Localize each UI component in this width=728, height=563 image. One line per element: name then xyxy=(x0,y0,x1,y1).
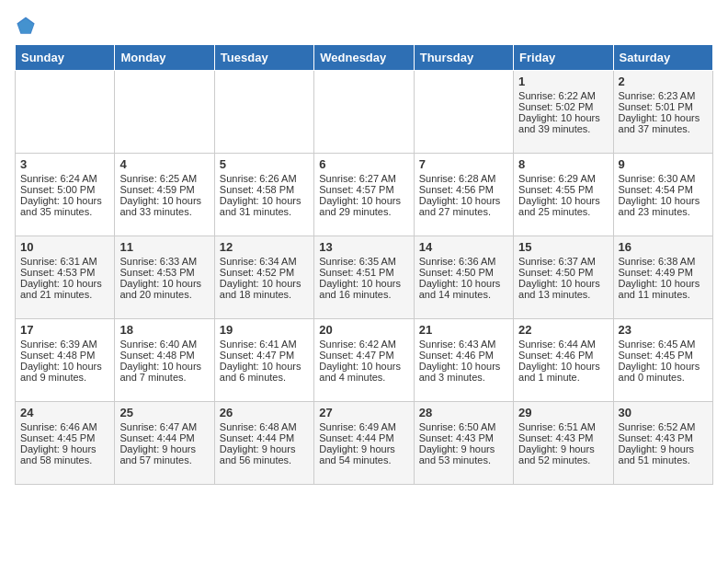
calendar-cell: 14Sunrise: 6:36 AMSunset: 4:50 PMDayligh… xyxy=(414,236,513,319)
daylight-text: Daylight: 10 hours and 39 minutes. xyxy=(518,112,608,134)
day-number: 7 xyxy=(419,157,508,171)
sunset-text: Sunset: 4:49 PM xyxy=(619,267,708,278)
calendar-cell: 19Sunrise: 6:41 AMSunset: 4:47 PMDayligh… xyxy=(214,319,313,402)
day-number: 8 xyxy=(518,157,608,171)
calendar-cell: 23Sunrise: 6:45 AMSunset: 4:45 PMDayligh… xyxy=(613,319,712,402)
daylight-text: Daylight: 10 hours and 14 minutes. xyxy=(419,278,508,300)
weekday-header: Thursday xyxy=(414,45,513,71)
day-number: 15 xyxy=(518,240,608,254)
calendar-cell: 4Sunrise: 6:25 AMSunset: 4:59 PMDaylight… xyxy=(115,154,214,236)
sunset-text: Sunset: 4:50 PM xyxy=(518,267,608,278)
sunrise-text: Sunrise: 6:45 AM xyxy=(619,339,708,350)
sunrise-text: Sunrise: 6:40 AM xyxy=(119,339,209,350)
sunrise-text: Sunrise: 6:23 AM xyxy=(619,90,708,101)
sunset-text: Sunset: 4:47 PM xyxy=(319,350,408,361)
sunrise-text: Sunrise: 6:31 AM xyxy=(20,256,109,267)
day-number: 20 xyxy=(319,323,408,337)
calendar-cell: 30Sunrise: 6:52 AMSunset: 4:43 PMDayligh… xyxy=(613,402,712,485)
daylight-text: Daylight: 10 hours and 3 minutes. xyxy=(419,361,508,383)
sunset-text: Sunset: 4:57 PM xyxy=(319,184,408,195)
calendar-week-row: 10Sunrise: 6:31 AMSunset: 4:53 PMDayligh… xyxy=(16,236,713,319)
calendar-cell: 25Sunrise: 6:47 AMSunset: 4:44 PMDayligh… xyxy=(115,402,214,485)
sunrise-text: Sunrise: 6:25 AM xyxy=(119,173,209,184)
day-number: 12 xyxy=(220,240,309,254)
day-number: 5 xyxy=(220,157,309,171)
calendar-cell: 21Sunrise: 6:43 AMSunset: 4:46 PMDayligh… xyxy=(414,319,513,402)
calendar-cell: 15Sunrise: 6:37 AMSunset: 4:50 PMDayligh… xyxy=(514,236,613,319)
sunset-text: Sunset: 4:54 PM xyxy=(619,184,708,195)
page-header xyxy=(15,15,713,37)
calendar-cell xyxy=(414,71,513,154)
sunrise-text: Sunrise: 6:38 AM xyxy=(619,256,708,267)
calendar-cell: 27Sunrise: 6:49 AMSunset: 4:44 PMDayligh… xyxy=(314,402,414,485)
sunrise-text: Sunrise: 6:34 AM xyxy=(220,256,309,267)
day-number: 10 xyxy=(20,240,109,254)
day-number: 25 xyxy=(119,406,209,419)
daylight-text: Daylight: 9 hours and 52 minutes. xyxy=(518,443,608,465)
calendar-cell: 6Sunrise: 6:27 AMSunset: 4:57 PMDaylight… xyxy=(314,154,414,236)
calendar-week-row: 1Sunrise: 6:22 AMSunset: 5:02 PMDaylight… xyxy=(16,71,713,154)
daylight-text: Daylight: 10 hours and 23 minutes. xyxy=(619,195,708,217)
sunset-text: Sunset: 4:48 PM xyxy=(119,350,209,361)
day-number: 19 xyxy=(220,323,309,337)
sunrise-text: Sunrise: 6:49 AM xyxy=(319,421,408,432)
calendar-header-row: SundayMondayTuesdayWednesdayThursdayFrid… xyxy=(16,45,713,71)
sunset-text: Sunset: 4:43 PM xyxy=(619,432,708,443)
daylight-text: Daylight: 10 hours and 29 minutes. xyxy=(319,195,408,217)
calendar-cell: 28Sunrise: 6:50 AMSunset: 4:43 PMDayligh… xyxy=(414,402,513,485)
day-number: 22 xyxy=(518,323,608,337)
calendar-cell: 20Sunrise: 6:42 AMSunset: 4:47 PMDayligh… xyxy=(314,319,414,402)
sunset-text: Sunset: 4:50 PM xyxy=(419,267,508,278)
calendar-cell: 11Sunrise: 6:33 AMSunset: 4:53 PMDayligh… xyxy=(115,236,214,319)
day-number: 26 xyxy=(220,406,309,419)
calendar-cell: 24Sunrise: 6:46 AMSunset: 4:45 PMDayligh… xyxy=(16,402,115,485)
daylight-text: Daylight: 10 hours and 9 minutes. xyxy=(20,361,109,383)
daylight-text: Daylight: 10 hours and 31 minutes. xyxy=(220,195,309,217)
daylight-text: Daylight: 10 hours and 18 minutes. xyxy=(220,278,309,300)
sunset-text: Sunset: 4:48 PM xyxy=(20,350,109,361)
calendar-cell: 17Sunrise: 6:39 AMSunset: 4:48 PMDayligh… xyxy=(16,319,115,402)
day-number: 29 xyxy=(518,406,608,419)
day-number: 3 xyxy=(20,157,109,171)
calendar-cell: 8Sunrise: 6:29 AMSunset: 4:55 PMDaylight… xyxy=(514,154,613,236)
day-number: 21 xyxy=(419,323,508,337)
sunrise-text: Sunrise: 6:44 AM xyxy=(518,339,608,350)
daylight-text: Daylight: 9 hours and 57 minutes. xyxy=(119,443,209,465)
sunset-text: Sunset: 4:52 PM xyxy=(220,267,309,278)
sunrise-text: Sunrise: 6:35 AM xyxy=(319,256,408,267)
sunrise-text: Sunrise: 6:36 AM xyxy=(419,256,508,267)
calendar-cell: 13Sunrise: 6:35 AMSunset: 4:51 PMDayligh… xyxy=(314,236,414,319)
daylight-text: Daylight: 10 hours and 21 minutes. xyxy=(20,278,109,300)
sunset-text: Sunset: 4:56 PM xyxy=(419,184,508,195)
sunrise-text: Sunrise: 6:51 AM xyxy=(518,421,608,432)
sunset-text: Sunset: 4:53 PM xyxy=(20,267,109,278)
day-number: 1 xyxy=(518,75,608,88)
sunrise-text: Sunrise: 6:27 AM xyxy=(319,173,408,184)
calendar-cell: 9Sunrise: 6:30 AMSunset: 4:54 PMDaylight… xyxy=(613,154,712,236)
sunset-text: Sunset: 4:51 PM xyxy=(319,267,408,278)
calendar-cell: 1Sunrise: 6:22 AMSunset: 5:02 PMDaylight… xyxy=(514,71,613,154)
sunset-text: Sunset: 4:46 PM xyxy=(419,350,508,361)
daylight-text: Daylight: 10 hours and 33 minutes. xyxy=(119,195,209,217)
sunrise-text: Sunrise: 6:22 AM xyxy=(518,90,608,101)
calendar-cell: 29Sunrise: 6:51 AMSunset: 4:43 PMDayligh… xyxy=(514,402,613,485)
weekday-header: Monday xyxy=(115,45,214,71)
daylight-text: Daylight: 10 hours and 1 minute. xyxy=(518,361,608,383)
sunset-text: Sunset: 4:45 PM xyxy=(20,432,109,443)
daylight-text: Daylight: 9 hours and 58 minutes. xyxy=(20,443,109,465)
sunset-text: Sunset: 5:00 PM xyxy=(20,184,109,195)
sunrise-text: Sunrise: 6:39 AM xyxy=(20,339,109,350)
daylight-text: Daylight: 10 hours and 20 minutes. xyxy=(119,278,209,300)
daylight-text: Daylight: 10 hours and 6 minutes. xyxy=(220,361,309,383)
sunset-text: Sunset: 4:44 PM xyxy=(319,432,408,443)
sunrise-text: Sunrise: 6:48 AM xyxy=(220,421,309,432)
calendar-cell: 3Sunrise: 6:24 AMSunset: 5:00 PMDaylight… xyxy=(16,154,115,236)
sunset-text: Sunset: 4:53 PM xyxy=(119,267,209,278)
sunset-text: Sunset: 5:02 PM xyxy=(518,101,608,112)
daylight-text: Daylight: 9 hours and 51 minutes. xyxy=(619,443,708,465)
daylight-text: Daylight: 9 hours and 56 minutes. xyxy=(220,443,309,465)
day-number: 4 xyxy=(119,157,209,171)
sunset-text: Sunset: 4:44 PM xyxy=(220,432,309,443)
calendar-cell: 22Sunrise: 6:44 AMSunset: 4:46 PMDayligh… xyxy=(514,319,613,402)
sunset-text: Sunset: 4:46 PM xyxy=(518,350,608,361)
